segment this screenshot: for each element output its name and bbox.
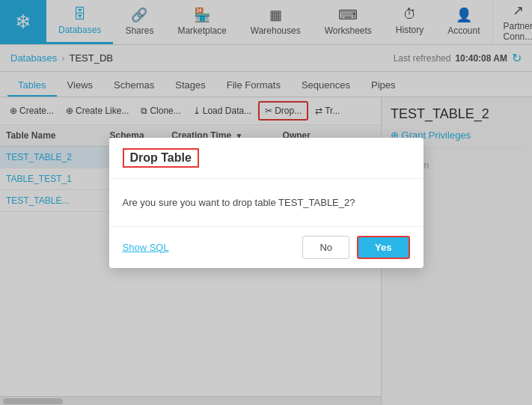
modal-header: Drop Table [109,138,424,179]
modal-actions: No Yes [302,236,409,259]
show-sql-link[interactable]: Show SQL [123,242,169,253]
modal: Drop Table Are you sure you want to drop… [109,138,424,268]
modal-footer: Show SQL No Yes [109,226,424,268]
modal-title: Drop Table [123,148,199,168]
yes-button[interactable]: Yes [357,236,409,259]
modal-body: Are you sure you want to drop table TEST… [109,179,424,226]
modal-overlay: Drop Table Are you sure you want to drop… [0,0,532,405]
no-button[interactable]: No [302,236,349,259]
